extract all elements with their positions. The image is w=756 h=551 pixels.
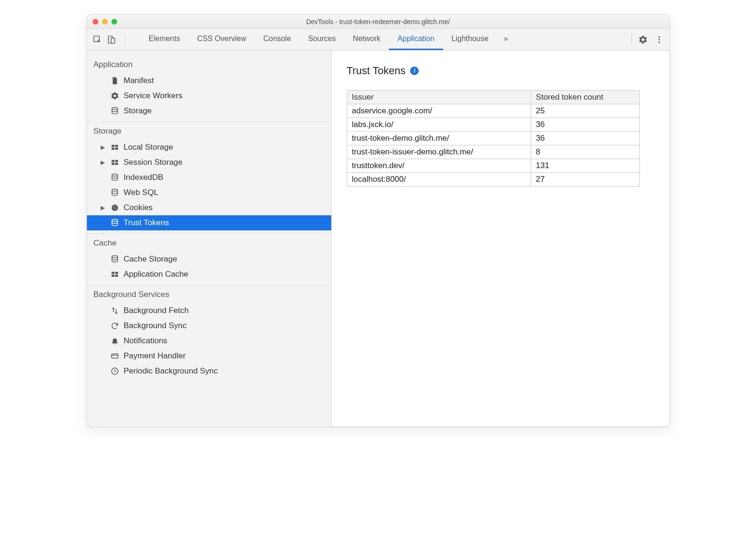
svg-rect-8: [115, 145, 118, 147]
sidebar-item-background-fetch[interactable]: Background Fetch: [87, 303, 331, 318]
svg-point-3: [658, 36, 660, 37]
sidebar-item-trust-tokens[interactable]: Trust Tokens: [87, 215, 331, 230]
tab-console[interactable]: Console: [255, 29, 300, 50]
sidebar-item-label: Cookies: [124, 203, 153, 212]
table-cell: 8: [531, 145, 639, 159]
svg-rect-27: [115, 275, 118, 277]
table-cell: trust-token-issuer-demo.glitch.me/: [347, 145, 531, 159]
tab-lighthouse[interactable]: Lighthouse: [443, 29, 497, 50]
sidebar-item-session-storage[interactable]: ▶Session Storage: [87, 155, 331, 170]
sync-icon: [111, 322, 119, 330]
tabs-overflow-button[interactable]: »: [500, 29, 512, 50]
database-icon: [111, 188, 119, 197]
svg-rect-11: [112, 160, 114, 162]
table-cell: 25: [531, 104, 639, 118]
table-cell: trusttoken.dev/: [347, 159, 531, 173]
tab-bar: ElementsCSS OverviewConsoleSourcesNetwor…: [87, 29, 670, 51]
cookie-icon: [111, 203, 119, 212]
tab-application[interactable]: Application: [389, 29, 443, 50]
table-row[interactable]: trust-token-demo.glitch.me/36: [347, 132, 639, 145]
settings-icon[interactable]: [638, 35, 648, 44]
svg-point-5: [658, 42, 660, 43]
table-cell: labs.jxck.io/: [347, 118, 531, 132]
table-row[interactable]: trusttoken.dev/131: [347, 159, 639, 173]
tab-css-overview[interactable]: CSS Overview: [189, 29, 255, 50]
sidebar-item-label: Manifest: [124, 76, 154, 85]
sidebar-item-payment-handler[interactable]: Payment Handler: [87, 348, 331, 364]
tab-sources[interactable]: Sources: [300, 29, 344, 50]
sidebar-group-cache: Cache: [87, 234, 331, 252]
svg-point-17: [112, 204, 118, 211]
arrows-icon: [111, 306, 119, 315]
table-cell: 131: [531, 159, 639, 173]
sidebar-item-application-cache[interactable]: Application Cache: [87, 267, 331, 282]
table-row[interactable]: adservice.google.com/25: [347, 104, 639, 118]
table-icon: [111, 143, 119, 152]
svg-rect-14: [115, 163, 118, 165]
sidebar-item-cache-storage[interactable]: Cache Storage: [87, 252, 331, 267]
svg-point-23: [112, 256, 118, 258]
svg-point-21: [113, 209, 114, 210]
svg-point-19: [115, 206, 116, 207]
svg-rect-2: [111, 38, 115, 43]
titlebar: DevTools - trust-token-redeemer-demo.gli…: [87, 15, 670, 29]
sidebar-item-cookies[interactable]: ▶Cookies: [87, 200, 331, 215]
column-header[interactable]: Issuer: [347, 91, 531, 104]
sidebar-item-periodic-background-sync[interactable]: Periodic Background Sync: [87, 364, 331, 379]
sidebar-item-label: Session Storage: [124, 158, 183, 167]
svg-rect-12: [115, 160, 118, 162]
svg-rect-24: [112, 272, 114, 274]
sidebar-item-label: Application Cache: [124, 270, 189, 279]
inspect-element-icon[interactable]: [93, 35, 102, 44]
expand-icon[interactable]: ▶: [100, 204, 106, 211]
sidebar-item-label: Service Workers: [124, 91, 182, 101]
tab-network[interactable]: Network: [344, 29, 389, 50]
more-options-icon[interactable]: [654, 35, 664, 44]
table-cell: 27: [531, 173, 639, 186]
svg-rect-13: [112, 163, 114, 165]
close-window-button[interactable]: [93, 19, 98, 25]
svg-point-18: [113, 207, 114, 208]
clock-icon: [111, 367, 119, 375]
sidebar-group-storage: Storage: [87, 122, 331, 140]
svg-rect-28: [112, 354, 118, 358]
info-icon[interactable]: i: [410, 67, 419, 75]
sidebar-item-service-workers[interactable]: Service Workers: [87, 88, 331, 103]
tab-elements[interactable]: Elements: [140, 29, 189, 50]
table-cell: trust-token-demo.glitch.me/: [347, 132, 531, 145]
sidebar-item-storage[interactable]: Storage: [87, 103, 331, 119]
separator: [125, 34, 125, 45]
sidebar-item-notifications[interactable]: Notifications: [87, 333, 331, 348]
expand-icon[interactable]: ▶: [100, 159, 106, 166]
sidebar-item-manifest[interactable]: Manifest: [87, 73, 331, 88]
sidebar-item-label: Trust Tokens: [124, 218, 169, 228]
column-header[interactable]: Stored token count: [531, 91, 639, 104]
bell-icon: [111, 337, 119, 345]
table-row[interactable]: trust-token-issuer-demo.glitch.me/8: [347, 145, 639, 159]
svg-point-4: [658, 39, 660, 40]
table-row[interactable]: labs.jxck.io/36: [347, 118, 639, 132]
expand-icon[interactable]: ▶: [100, 144, 106, 151]
sidebar-item-label: Periodic Background Sync: [124, 366, 218, 376]
svg-point-22: [112, 220, 118, 222]
sidebar-item-indexeddb[interactable]: IndexedDB: [87, 170, 331, 185]
database-icon: [111, 219, 119, 227]
sidebar-item-label: Storage: [124, 106, 152, 116]
sidebar-item-web-sql[interactable]: Web SQL: [87, 185, 331, 200]
card-icon: [111, 352, 119, 360]
sidebar-item-label: Background Fetch: [124, 306, 189, 315]
svg-rect-26: [112, 275, 114, 277]
svg-point-6: [112, 108, 118, 110]
svg-rect-9: [112, 148, 114, 150]
minimize-window-button[interactable]: [102, 19, 108, 25]
table-cell: 36: [531, 118, 639, 132]
database-icon: [111, 173, 119, 182]
svg-point-16: [112, 189, 118, 192]
maximize-window-button[interactable]: [112, 19, 117, 25]
sidebar-item-background-sync[interactable]: Background Sync: [87, 318, 331, 333]
table-row[interactable]: localhost:8000/27: [347, 173, 639, 186]
sidebar-item-label: Payment Handler: [124, 351, 186, 361]
devtools-window: DevTools - trust-token-redeemer-demo.gli…: [86, 14, 670, 427]
sidebar-item-local-storage[interactable]: ▶Local Storage: [87, 140, 331, 155]
device-toolbar-icon[interactable]: [107, 35, 116, 44]
